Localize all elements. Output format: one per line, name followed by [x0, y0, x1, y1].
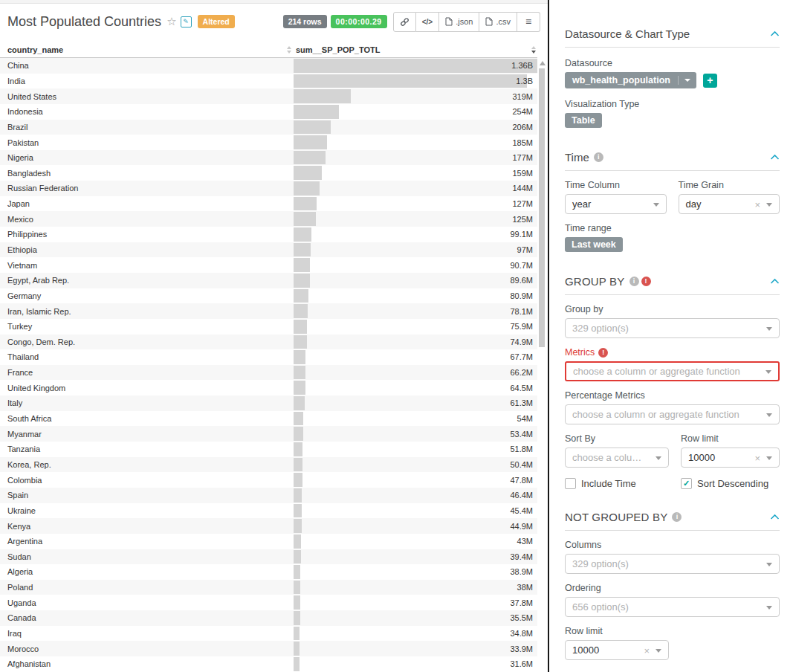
sort-by-select[interactable]: choose a column or ... — [565, 448, 669, 468]
table-row[interactable]: Algeria38.9M — [0, 564, 537, 580]
country-cell: Japan — [0, 196, 294, 212]
value-cell: 144M — [294, 181, 537, 196]
table-row[interactable]: Canada35.5M — [0, 610, 537, 626]
table-row[interactable]: Afghanistan31.6M — [0, 656, 537, 672]
add-datasource-button[interactable]: + — [703, 74, 717, 88]
value-cell: 185M — [294, 135, 537, 150]
table-row[interactable]: Korea, Rep.50.4M — [0, 457, 537, 473]
table-row[interactable]: United Kingdom64.5M — [0, 380, 537, 395]
favorite-star-icon[interactable]: ☆ — [166, 15, 176, 28]
table-row[interactable]: Congo, Dem. Rep.74.9M — [0, 335, 537, 350]
time-grain-select[interactable]: day × — [679, 194, 780, 214]
sort-descending-checkbox[interactable]: ✓ Sort Descending — [681, 478, 768, 489]
table-row[interactable]: Vietnam90.7M — [0, 257, 537, 273]
viz-type-badge[interactable]: Table — [565, 113, 602, 128]
table-row[interactable]: India1.3B — [0, 74, 537, 89]
metrics-placeholder: choose a column or aggregate function — [573, 366, 740, 377]
table-row[interactable]: Kenya44.9M — [0, 518, 537, 534]
edit-title-icon[interactable]: ✎ — [181, 16, 192, 28]
column-header-country-name[interactable]: country_name — [0, 45, 294, 54]
table-row[interactable]: United States319M — [0, 88, 537, 104]
value-label: 45.4M — [510, 503, 533, 519]
section-header-time[interactable]: Time i — [565, 150, 780, 171]
country-cell: Afghanistan — [0, 656, 294, 672]
table-scrollbar[interactable] — [538, 59, 546, 672]
percentage-metrics-select[interactable]: choose a column or aggregate function — [565, 404, 780, 424]
chart-menu-button[interactable]: ≡ — [517, 12, 540, 32]
table-row[interactable]: France66.2M — [0, 365, 537, 381]
table-row[interactable]: Turkey75.9M — [0, 319, 537, 335]
table-row[interactable]: Thailand67.7M — [0, 349, 537, 365]
group-by-select[interactable]: 329 option(s) — [565, 318, 780, 338]
include-time-checkbox[interactable]: ✓ Include Time — [565, 478, 681, 489]
row-limit-select-2[interactable]: 10000 × — [565, 640, 669, 660]
table-row[interactable]: Spain46.4M — [0, 488, 537, 503]
table-row[interactable]: Indonesia254M — [0, 104, 537, 120]
table-row[interactable]: Morocco33.9M — [0, 641, 537, 656]
table-row[interactable]: Iran, Islamic Rep.78.1M — [0, 303, 537, 319]
table-row[interactable]: Bangladesh159M — [0, 165, 537, 181]
table-row[interactable]: Ukraine45.4M — [0, 503, 537, 519]
table-row[interactable]: Brazil206M — [0, 120, 537, 135]
export-csv-button[interactable]: .csv — [479, 12, 517, 32]
section-header-group-by[interactable]: GROUP BY i ! — [565, 274, 780, 295]
value-bar — [294, 335, 307, 349]
table-row[interactable]: Sudan39.4M — [0, 549, 537, 565]
table-row[interactable]: Germany80.9M — [0, 288, 537, 304]
table-row[interactable]: South Africa54M — [0, 411, 537, 427]
table-row[interactable]: Iraq34.8M — [0, 626, 537, 642]
section-header-datasource[interactable]: Datasource & Chart Type — [565, 27, 780, 48]
export-json-button[interactable]: .json — [439, 12, 479, 32]
time-column-select[interactable]: year — [565, 194, 667, 214]
table-row[interactable]: Nigeria177M — [0, 150, 537, 166]
table-row[interactable]: China1.36B — [0, 58, 537, 74]
time-range-badge[interactable]: Last week — [565, 237, 623, 252]
value-label: 125M — [512, 211, 533, 227]
table-row[interactable]: Myanmar53.4M — [0, 426, 537, 442]
value-label: 34.8M — [510, 626, 533, 642]
table-row[interactable]: Tanzania51.8M — [0, 442, 537, 457]
clear-icon[interactable]: × — [644, 644, 650, 656]
clear-icon[interactable]: × — [754, 198, 760, 210]
view-query-button[interactable]: </> — [416, 12, 439, 32]
ordering-select[interactable]: 656 option(s) — [565, 597, 780, 617]
metrics-select[interactable]: choose a column or aggregate function — [565, 361, 780, 381]
checkbox-checked[interactable]: ✓ — [681, 478, 692, 489]
table-row[interactable]: Mexico125M — [0, 211, 537, 227]
table-row[interactable]: Poland38M — [0, 580, 537, 595]
value-bar — [294, 642, 300, 656]
table-row[interactable]: Russian Federation144M — [0, 181, 537, 196]
chevron-up-icon — [770, 27, 780, 40]
country-cell: Uganda — [0, 595, 294, 610]
column-header-sum-sp-pop-totl[interactable]: sum__SP_POP_TOTL — [294, 45, 537, 54]
short-link-button[interactable] — [393, 12, 416, 32]
scrollbar-up-arrow-icon[interactable] — [540, 61, 546, 65]
code-icon: </> — [422, 18, 433, 26]
table-row[interactable]: Uganda37.8M — [0, 595, 537, 610]
table-row[interactable]: Argentina43M — [0, 534, 537, 549]
chevron-down-icon — [766, 413, 772, 417]
datasource-label: Datasource — [565, 58, 780, 68]
table-row[interactable]: Pakistan185M — [0, 135, 537, 150]
scrollbar-thumb[interactable] — [539, 68, 545, 347]
country-cell: Germany — [0, 288, 294, 304]
table-row[interactable]: Philippines99.1M — [0, 227, 537, 242]
table-row[interactable]: Japan127M — [0, 196, 537, 212]
table-row[interactable]: Egypt, Arab Rep.89.6M — [0, 273, 537, 288]
table-row[interactable]: Colombia47.8M — [0, 472, 537, 488]
value-bar — [294, 412, 303, 426]
table-row[interactable]: Ethiopia97M — [0, 242, 537, 258]
value-bar — [294, 381, 305, 395]
checkbox-unchecked[interactable]: ✓ — [565, 478, 576, 489]
value-cell: 1.36B — [294, 58, 537, 74]
file-icon — [485, 17, 493, 26]
columns-select[interactable]: 329 option(s) — [565, 554, 780, 574]
clear-icon[interactable]: × — [754, 452, 760, 463]
table-row[interactable]: Italy61.3M — [0, 395, 537, 411]
datasource-select-button[interactable]: wb_health_population — [565, 72, 696, 88]
value-label: 64.5M — [510, 380, 533, 395]
value-label: 51.8M — [510, 442, 533, 457]
ordering-label: Ordering — [565, 583, 780, 593]
section-header-not-grouped-by[interactable]: NOT GROUPED BY i — [565, 510, 780, 531]
row-limit-select[interactable]: 10000 × — [681, 448, 780, 468]
